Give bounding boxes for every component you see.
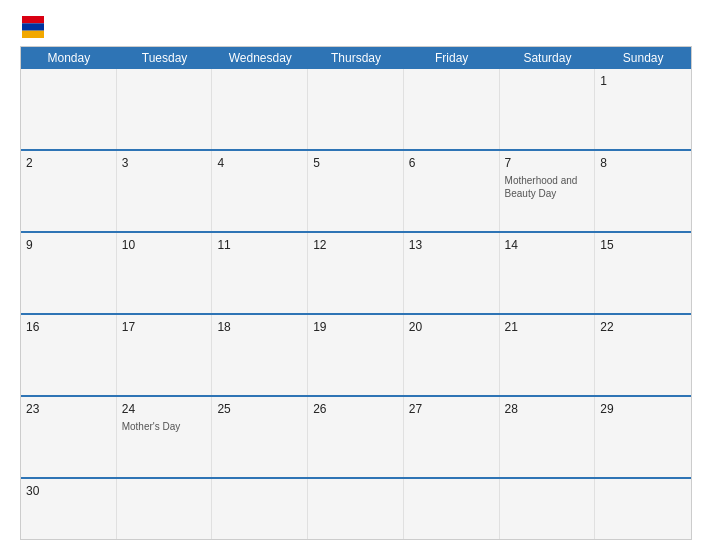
- day-number: 4: [217, 155, 302, 172]
- day-number: 26: [313, 401, 398, 418]
- day-number: 20: [409, 319, 494, 336]
- day-number: 22: [600, 319, 686, 336]
- calendar-header: MondayTuesdayWednesdayThursdayFridaySatu…: [21, 47, 691, 69]
- day-number: 27: [409, 401, 494, 418]
- calendar-row-4: 2324Mother's Day2526272829: [21, 395, 691, 477]
- calendar-cell-0-5: [500, 69, 596, 149]
- calendar-cell-1-2: 4: [212, 151, 308, 231]
- calendar-cell-2-4: 13: [404, 233, 500, 313]
- holiday-label: Mother's Day: [122, 420, 207, 433]
- weekday-header-saturday: Saturday: [500, 47, 596, 69]
- day-number: 6: [409, 155, 494, 172]
- calendar-cell-2-5: 14: [500, 233, 596, 313]
- weekday-header-friday: Friday: [404, 47, 500, 69]
- calendar-cell-4-6: 29: [595, 397, 691, 477]
- weekday-header-wednesday: Wednesday: [212, 47, 308, 69]
- calendar-cell-2-0: 9: [21, 233, 117, 313]
- header: [20, 16, 692, 38]
- day-number: 21: [505, 319, 590, 336]
- calendar-cell-3-5: 21: [500, 315, 596, 395]
- calendar-cell-5-4: [404, 479, 500, 539]
- logo: [20, 16, 44, 38]
- weekday-header-sunday: Sunday: [595, 47, 691, 69]
- day-number: 18: [217, 319, 302, 336]
- calendar-cell-0-6: 1: [595, 69, 691, 149]
- calendar-row-2: 9101112131415: [21, 231, 691, 313]
- calendar-row-5: 30: [21, 477, 691, 539]
- calendar-cell-0-4: [404, 69, 500, 149]
- calendar-cell-0-2: [212, 69, 308, 149]
- day-number: 17: [122, 319, 207, 336]
- calendar-cell-1-4: 6: [404, 151, 500, 231]
- day-number: 9: [26, 237, 111, 254]
- day-number: 29: [600, 401, 686, 418]
- day-number: 19: [313, 319, 398, 336]
- calendar-row-0: 1: [21, 69, 691, 149]
- day-number: 30: [26, 483, 111, 500]
- calendar-cell-5-1: [117, 479, 213, 539]
- calendar-cell-0-1: [117, 69, 213, 149]
- weekday-header-thursday: Thursday: [308, 47, 404, 69]
- calendar-cell-2-3: 12: [308, 233, 404, 313]
- calendar-cell-3-0: 16: [21, 315, 117, 395]
- calendar-cell-4-0: 23: [21, 397, 117, 477]
- day-number: 5: [313, 155, 398, 172]
- calendar-cell-4-2: 25: [212, 397, 308, 477]
- calendar-cell-1-6: 8: [595, 151, 691, 231]
- calendar-cell-4-5: 28: [500, 397, 596, 477]
- day-number: 15: [600, 237, 686, 254]
- calendar-cell-2-2: 11: [212, 233, 308, 313]
- armenia-flag-icon: [22, 16, 44, 38]
- day-number: 10: [122, 237, 207, 254]
- calendar-cell-4-1: 24Mother's Day: [117, 397, 213, 477]
- calendar-cell-4-3: 26: [308, 397, 404, 477]
- day-number: 3: [122, 155, 207, 172]
- day-number: 16: [26, 319, 111, 336]
- calendar-cell-5-5: [500, 479, 596, 539]
- svg-rect-2: [22, 31, 44, 38]
- calendar-body: 1234567Motherhood and Beauty Day89101112…: [21, 69, 691, 539]
- calendar-cell-3-3: 19: [308, 315, 404, 395]
- day-number: 8: [600, 155, 686, 172]
- calendar-cell-1-1: 3: [117, 151, 213, 231]
- calendar-cell-3-1: 17: [117, 315, 213, 395]
- calendar-row-3: 16171819202122: [21, 313, 691, 395]
- calendar-cell-3-6: 22: [595, 315, 691, 395]
- calendar-cell-2-6: 15: [595, 233, 691, 313]
- calendar-cell-0-0: [21, 69, 117, 149]
- calendar-cell-1-5: 7Motherhood and Beauty Day: [500, 151, 596, 231]
- calendar-cell-1-3: 5: [308, 151, 404, 231]
- day-number: 14: [505, 237, 590, 254]
- calendar-row-1: 234567Motherhood and Beauty Day8: [21, 149, 691, 231]
- day-number: 13: [409, 237, 494, 254]
- calendar-cell-2-1: 10: [117, 233, 213, 313]
- day-number: 28: [505, 401, 590, 418]
- calendar-cell-3-4: 20: [404, 315, 500, 395]
- day-number: 12: [313, 237, 398, 254]
- weekday-header-monday: Monday: [21, 47, 117, 69]
- calendar-cell-3-2: 18: [212, 315, 308, 395]
- day-number: 23: [26, 401, 111, 418]
- svg-rect-1: [22, 23, 44, 30]
- day-number: 24: [122, 401, 207, 418]
- calendar-cell-4-4: 27: [404, 397, 500, 477]
- calendar-cell-5-3: [308, 479, 404, 539]
- day-number: 1: [600, 73, 686, 90]
- holiday-label: Motherhood and Beauty Day: [505, 174, 590, 200]
- weekday-header-tuesday: Tuesday: [117, 47, 213, 69]
- calendar-cell-0-3: [308, 69, 404, 149]
- calendar-cell-5-6: [595, 479, 691, 539]
- day-number: 11: [217, 237, 302, 254]
- calendar-page: MondayTuesdayWednesdayThursdayFridaySatu…: [0, 0, 712, 550]
- calendar: MondayTuesdayWednesdayThursdayFridaySatu…: [20, 46, 692, 540]
- day-number: 7: [505, 155, 590, 172]
- calendar-cell-5-0: 30: [21, 479, 117, 539]
- calendar-cell-5-2: [212, 479, 308, 539]
- day-number: 2: [26, 155, 111, 172]
- calendar-cell-1-0: 2: [21, 151, 117, 231]
- svg-rect-0: [22, 16, 44, 23]
- day-number: 25: [217, 401, 302, 418]
